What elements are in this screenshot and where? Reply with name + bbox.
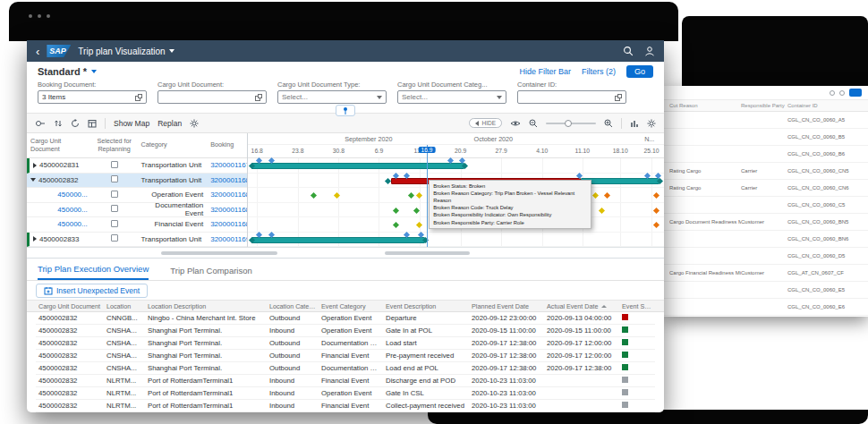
collapse-icon[interactable]: [30, 178, 36, 182]
show-map-button[interactable]: Show Map: [114, 119, 149, 128]
value-help-icon[interactable]: [615, 94, 622, 101]
gantt-event-marker[interactable]: [334, 192, 340, 199]
gantt-event-marker[interactable]: [653, 222, 660, 228]
cargo-row[interactable]: 4500002831 Transportation Unit 320000116…: [27, 158, 247, 174]
replan-button[interactable]: Replan: [157, 119, 182, 128]
row-checkbox[interactable]: [111, 161, 118, 168]
row-checkbox[interactable]: [111, 191, 118, 198]
column-header[interactable]: Event Category: [319, 302, 383, 310]
row-checkbox[interactable]: [111, 205, 118, 212]
go-button[interactable]: Go: [626, 65, 653, 78]
table-row[interactable]: 4500002832NLRTM...Port of RotterdamTermi…: [36, 400, 655, 412]
filter-bar-pin-button[interactable]: [336, 105, 355, 116]
mini-icon[interactable]: [839, 90, 845, 96]
mini-go-button[interactable]: [849, 89, 862, 97]
expand-icon[interactable]: [33, 236, 37, 242]
gantt-hscrollbar[interactable]: [385, 251, 470, 255]
cargo-child-row[interactable]: 450000... Financial Event 3200001168: [27, 217, 247, 233]
user-icon[interactable]: [644, 46, 655, 56]
variant-selector[interactable]: Standard *: [38, 66, 97, 77]
column-header[interactable]: Location: [104, 302, 145, 310]
gantt-event-marker[interactable]: [393, 207, 399, 213]
column-header[interactable]: Booking: [207, 141, 247, 148]
table-hscrollbar[interactable]: [161, 251, 277, 255]
cargo-row[interactable]: 4500002833 Transportation Unit 320000116…: [27, 233, 247, 248]
table-row[interactable]: 4500002832CNSHA...Shanghai Port Terminal…: [36, 362, 655, 375]
gantt-event-marker[interactable]: [416, 222, 422, 228]
column-header[interactable]: Cargo Unit Document: [36, 302, 104, 310]
row-checkbox[interactable]: [111, 175, 118, 182]
booking-link[interactable]: 3200001168: [207, 176, 247, 184]
column-header[interactable]: Location Category: [267, 302, 319, 310]
eye-icon[interactable]: [510, 120, 521, 127]
column-header[interactable]: Actual Event Date: [544, 302, 619, 310]
chart-icon[interactable]: [630, 119, 639, 128]
tab-trip-plan-comparison[interactable]: Trip Plan Comparison: [170, 266, 252, 280]
column-header[interactable]: Event Description: [383, 302, 469, 310]
container-id-input[interactable]: [517, 90, 626, 104]
mini-icon[interactable]: [830, 90, 835, 96]
back-button[interactable]: ‹: [36, 46, 39, 57]
cargo-unit-document-input[interactable]: [157, 90, 267, 104]
column-header[interactable]: Selected for Replanning: [91, 138, 138, 153]
cargo-row-selected[interactable]: 4500002832 Transportation Unit 320000116…: [27, 174, 247, 189]
booking-link[interactable]: 3200001168: [207, 206, 247, 214]
gear-icon[interactable]: [190, 119, 199, 128]
cargo-child-row[interactable]: 450000... Operation Event 3200001168: [27, 188, 247, 203]
table-row[interactable]: 4500002832NLRTM...Port of RotterdamTermi…: [36, 387, 655, 400]
booking-link[interactable]: 3200001167: [207, 161, 247, 169]
column-header[interactable]: Category: [138, 141, 208, 148]
value-help-icon[interactable]: [255, 94, 262, 101]
gantt-bar[interactable]: [581, 178, 660, 184]
gantt-event-marker[interactable]: [416, 192, 422, 199]
booking-link[interactable]: 3200001168: [207, 220, 247, 228]
zoom-slider[interactable]: [546, 123, 596, 124]
sort-ascending-icon[interactable]: [601, 305, 607, 309]
column-header[interactable]: Location Description: [145, 302, 267, 310]
booking-document-input[interactable]: 3 Items: [38, 90, 147, 104]
search-icon[interactable]: [623, 46, 634, 56]
value-help-icon[interactable]: [135, 94, 142, 101]
hide-filter-bar-link[interactable]: Hide Filter Bar: [519, 67, 571, 76]
gantt-bar[interactable]: [251, 163, 464, 169]
column-header[interactable]: Planned Event Date: [469, 302, 544, 310]
column-header[interactable]: Event Status: [619, 302, 655, 310]
gantt-event-marker[interactable]: [599, 207, 605, 213]
expand-toggle-icon[interactable]: [35, 119, 46, 128]
expand-icon[interactable]: [33, 163, 37, 168]
zoom-in-icon[interactable]: [604, 119, 613, 128]
tab-trip-plan-execution-overview[interactable]: Trip Plan Execution Overview: [38, 264, 149, 280]
grid-icon[interactable]: [88, 119, 97, 128]
sort-icon[interactable]: [54, 119, 63, 128]
gantt-event-marker[interactable]: [413, 207, 420, 213]
column-header[interactable]: Cargo Unit Document: [27, 138, 91, 153]
gantt-event-marker[interactable]: [385, 177, 391, 183]
table-row[interactable]: 4500002832CNSHA...Shanghai Port Terminal…: [36, 325, 655, 337]
zoom-slider-handle[interactable]: [565, 120, 572, 127]
gantt-event-marker[interactable]: [408, 192, 414, 199]
filters-link[interactable]: Filters (2): [582, 67, 616, 76]
time-cursor-line[interactable]: [427, 145, 428, 247]
table-row[interactable]: 4500002832CNNGB...Ningbo - China Merchan…: [36, 312, 655, 325]
cargo-unit-document-category-select[interactable]: Select...: [397, 90, 506, 104]
booking-link[interactable]: 3200001169: [207, 235, 247, 243]
gantt-chart[interactable]: September 2020October 2020N... 16.823.83…: [248, 133, 664, 247]
gantt-event-marker[interactable]: [393, 222, 399, 228]
gantt-bar[interactable]: [251, 237, 425, 243]
booking-link[interactable]: 3200001168: [207, 191, 247, 199]
app-title-menu[interactable]: Trip plan Visualization: [78, 47, 174, 56]
gantt-event-marker[interactable]: [592, 192, 599, 199]
hide-chart-button[interactable]: HIDE: [469, 118, 502, 128]
insert-unexpected-event-button[interactable]: Insert Unexpected Event: [36, 284, 148, 298]
cargo-child-row[interactable]: 450000... Documentation Event 3200001168: [27, 203, 247, 218]
refresh-icon[interactable]: [71, 119, 80, 128]
table-row[interactable]: 4500002832CNSHA...Shanghai Port Terminal…: [36, 350, 655, 362]
gantt-event-marker[interactable]: [653, 207, 660, 213]
table-row[interactable]: 4500002832NLRTM...Port of RotterdamTermi…: [36, 375, 655, 387]
cargo-unit-document-type-select[interactable]: Select...: [277, 90, 387, 104]
gantt-event-marker[interactable]: [604, 192, 610, 199]
gantt-event-marker[interactable]: [653, 192, 660, 199]
table-row[interactable]: 4500002832CNSHA...Shanghai Port Terminal…: [36, 337, 655, 350]
window-control-dots[interactable]: [29, 14, 50, 18]
gear-icon[interactable]: [647, 119, 656, 128]
